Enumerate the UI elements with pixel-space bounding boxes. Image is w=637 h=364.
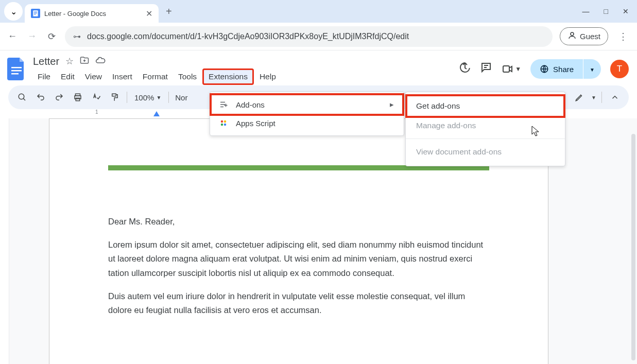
get-addons-label: Get add-ons	[416, 101, 460, 110]
svg-point-10	[19, 94, 24, 99]
tab-title: Letter - Google Docs	[44, 10, 142, 18]
svg-rect-1	[34, 12, 37, 12]
menu-bar: File Edit View Insert Format Tools Exten…	[33, 69, 452, 84]
chevron-down-icon: ▼	[515, 65, 521, 73]
menu-extensions[interactable]: Extensions	[202, 68, 254, 85]
share-dropdown[interactable]: ▼	[583, 59, 601, 79]
account-avatar[interactable]: T	[610, 60, 629, 78]
get-addons-item[interactable]: Get add-ons	[405, 94, 565, 118]
svg-rect-5	[11, 67, 22, 68]
greeting-text[interactable]: Dear Ms. Reader,	[108, 215, 489, 229]
maximize-icon[interactable]: □	[604, 7, 608, 15]
svg-rect-3	[34, 14, 36, 14]
svg-point-18	[224, 124, 227, 126]
menu-view[interactable]: View	[80, 70, 107, 83]
docs-favicon-icon	[31, 9, 40, 18]
vertical-scrollbar[interactable]	[631, 134, 635, 360]
document-title[interactable]: Letter	[33, 56, 59, 67]
mouse-cursor-icon	[531, 126, 541, 140]
addons-label: Add-ons	[236, 100, 265, 109]
chevron-down-icon[interactable]: ▼	[591, 95, 596, 100]
collapse-toolbar-icon[interactable]	[607, 90, 623, 105]
svg-point-15	[221, 120, 223, 123]
svg-rect-2	[34, 13, 37, 13]
menu-edit[interactable]: Edit	[56, 70, 79, 83]
zoom-select[interactable]: 100% ▼	[131, 93, 164, 102]
svg-rect-14	[112, 94, 116, 96]
view-document-addons-item[interactable]: View document add-ons	[406, 142, 565, 162]
svg-point-17	[221, 124, 223, 126]
extensions-dropdown: Add-ons ▸ Apps Script	[210, 92, 404, 136]
chevron-down-icon: ⌄	[10, 7, 17, 16]
manage-addons-item[interactable]: Manage add-ons	[406, 116, 565, 135]
addons-icon	[218, 99, 229, 110]
editing-mode-icon[interactable]	[572, 90, 587, 105]
body-paragraph[interactable]: Lorem ipsum dolor sit amet, consectetuer…	[108, 238, 489, 280]
browser-toolbar: ← → ⟳ ⊶ docs.google.com/document/d/1-kvH…	[0, 23, 637, 50]
addons-submenu: Get add-ons Manage add-ons View document…	[405, 92, 565, 166]
chevron-down-icon: ▼	[156, 95, 161, 100]
svg-rect-6	[11, 70, 22, 72]
indent-marker-icon[interactable]	[153, 111, 160, 116]
svg-rect-8	[503, 66, 509, 72]
menu-insert[interactable]: Insert	[108, 70, 137, 83]
star-icon[interactable]: ☆	[65, 56, 74, 67]
avatar-initial: T	[617, 64, 622, 74]
ruler-tick: 1	[95, 109, 98, 115]
globe-icon	[540, 64, 549, 74]
menu-format[interactable]: Format	[138, 70, 173, 83]
menu-separator	[406, 138, 565, 139]
print-icon[interactable]	[70, 90, 85, 105]
guest-label: Guest	[580, 32, 600, 41]
chevron-down-icon: ▼	[590, 67, 595, 73]
back-icon[interactable]: ←	[6, 31, 19, 42]
site-info-icon[interactable]: ⊶	[73, 32, 81, 41]
browser-tab-strip: ⌄ Letter - Google Docs ✕ + — □ ✕	[0, 0, 637, 23]
cloud-status-icon[interactable]	[95, 55, 106, 68]
person-icon	[567, 31, 577, 42]
window-controls: — □ ✕	[582, 7, 633, 15]
apps-script-icon	[218, 118, 229, 128]
vertical-ruler[interactable]	[0, 118, 9, 364]
zoom-value: 100%	[134, 93, 154, 102]
profile-button[interactable]: Guest	[560, 27, 608, 45]
forward-icon[interactable]: →	[26, 31, 38, 42]
redo-icon[interactable]	[51, 90, 67, 105]
search-icon[interactable]	[14, 90, 30, 105]
comments-icon[interactable]	[480, 61, 492, 77]
menu-file[interactable]: File	[33, 70, 55, 83]
meet-button[interactable]: ▼	[502, 63, 521, 75]
paragraph-style-select[interactable]: Nor	[173, 93, 190, 102]
address-bar[interactable]: ⊶ docs.google.com/document/d/1-kvH3gCdje…	[65, 26, 553, 47]
docs-header: Letter ☆ File Edit View Insert Format To…	[0, 50, 637, 85]
browser-menu-icon[interactable]: ⋮	[615, 31, 631, 42]
view-doc-addons-label: View document add-ons	[416, 147, 502, 156]
menu-help[interactable]: Help	[255, 70, 281, 83]
undo-icon[interactable]	[33, 90, 48, 105]
submenu-arrow-icon: ▸	[390, 100, 394, 109]
addons-menu-item[interactable]: Add-ons ▸	[210, 93, 404, 116]
menu-tools[interactable]: Tools	[174, 70, 201, 83]
close-tab-icon[interactable]: ✕	[146, 9, 152, 19]
svg-point-16	[224, 120, 227, 123]
minimize-icon[interactable]: —	[582, 7, 590, 15]
docs-home-icon[interactable]	[6, 56, 27, 82]
svg-rect-7	[11, 73, 19, 75]
spellcheck-icon[interactable]	[89, 90, 104, 105]
share-button[interactable]: Share	[530, 59, 583, 79]
close-window-icon[interactable]: ✕	[623, 7, 629, 15]
reload-icon[interactable]: ⟳	[45, 31, 58, 42]
apps-script-label: Apps Script	[236, 119, 276, 128]
apps-script-menu-item[interactable]: Apps Script	[210, 114, 404, 132]
history-icon[interactable]	[458, 61, 471, 77]
body-paragraph[interactable]: Duis autem vel eum iriure dolor in hendr…	[108, 289, 489, 317]
tab-search-button[interactable]: ⌄	[4, 2, 23, 21]
browser-tab[interactable]: Letter - Google Docs ✕	[25, 4, 159, 23]
new-tab-button[interactable]: +	[166, 6, 172, 18]
url-text: docs.google.com/document/d/1-kvH3gCdjeAo…	[87, 32, 409, 41]
share-label: Share	[553, 65, 574, 74]
move-icon[interactable]	[80, 56, 89, 67]
manage-addons-label: Manage add-ons	[416, 121, 476, 130]
svg-point-4	[571, 32, 574, 36]
paint-format-icon[interactable]	[107, 90, 123, 105]
